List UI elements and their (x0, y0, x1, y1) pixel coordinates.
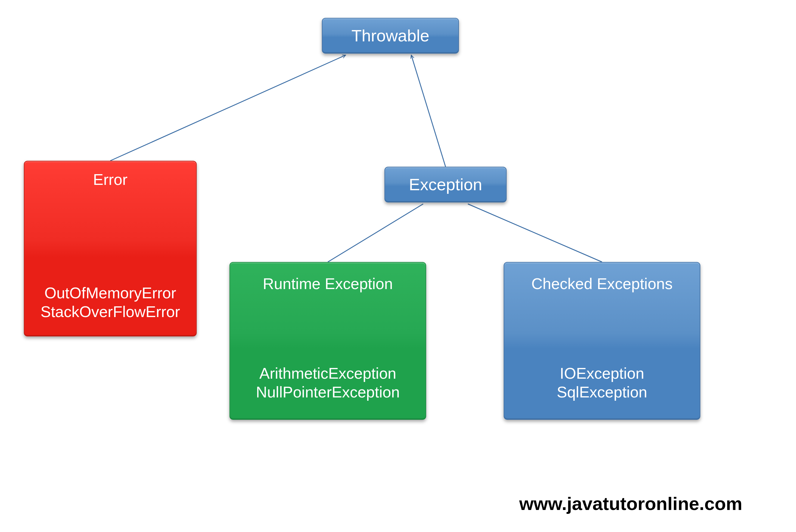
node-error-examples: OutOfMemoryError StackOverFlowError (33, 284, 188, 321)
node-runtime-examples: ArithmeticException NullPointerException (238, 364, 417, 401)
node-runtime-exception: Runtime Exception ArithmeticException Nu… (230, 262, 426, 420)
node-error: Error OutOfMemoryError StackOverFlowErro… (24, 161, 197, 337)
svg-line-1 (411, 55, 446, 167)
node-runtime-example-2: NullPointerException (238, 383, 417, 401)
svg-line-0 (110, 55, 346, 161)
svg-line-2 (328, 204, 423, 262)
node-checked-examples: IOException SqlException (512, 364, 691, 401)
node-error-example-2: StackOverFlowError (33, 302, 188, 321)
node-throwable: Throwable (322, 18, 459, 54)
node-error-example-1: OutOfMemoryError (33, 284, 188, 302)
node-runtime-example-1: ArithmeticException (238, 364, 417, 383)
node-error-title: Error (33, 170, 188, 189)
diagram-canvas: Throwable Error OutOfMemoryError StackOv… (0, 0, 796, 532)
node-checked-title: Checked Exceptions (512, 274, 691, 293)
node-exception-title: Exception (397, 174, 494, 194)
node-runtime-title: Runtime Exception (238, 274, 417, 293)
node-throwable-title: Throwable (334, 25, 447, 45)
footer-url: www.javatutoronline.com (519, 493, 742, 514)
svg-line-3 (468, 204, 602, 262)
node-checked-exceptions: Checked Exceptions IOException SqlExcept… (504, 262, 700, 420)
node-checked-example-1: IOException (512, 364, 691, 383)
node-checked-example-2: SqlException (512, 383, 691, 401)
node-exception: Exception (384, 167, 507, 203)
